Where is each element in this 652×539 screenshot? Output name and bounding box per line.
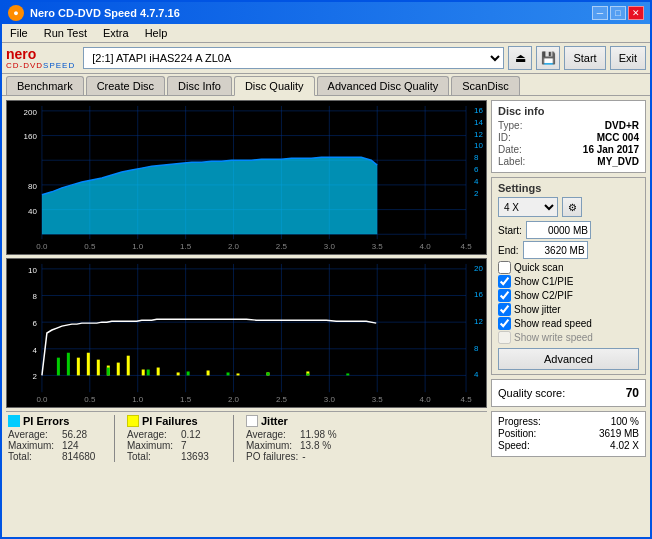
menu-extra[interactable]: Extra [99,26,133,40]
svg-text:4.0: 4.0 [420,395,432,404]
menu-help[interactable]: Help [141,26,172,40]
svg-text:10: 10 [28,266,37,275]
main-window: ● Nero CD-DVD Speed 4.7.7.16 ─ □ ✕ File … [0,0,652,539]
svg-rect-58 [97,360,100,376]
svg-text:2.0: 2.0 [228,395,240,404]
tab-scan-disc[interactable]: ScanDisc [451,76,519,95]
disc-type-row: Type: DVD+R [498,120,639,131]
svg-rect-77 [306,373,309,375]
svg-text:2: 2 [33,372,37,381]
exit-button[interactable]: Exit [610,46,646,70]
menu-bar: File Run Test Extra Help [2,24,650,43]
pi-failures-total-row: Total: 13693 [127,451,221,462]
show-read-speed-checkbox[interactable] [498,317,511,330]
progress-section: Progress: 100 % Position: 3619 MB Speed:… [491,411,646,457]
minimize-button[interactable]: ─ [592,6,608,20]
svg-text:160: 160 [24,133,38,142]
tab-create-disc[interactable]: Create Disc [86,76,165,95]
show-jitter-checkbox[interactable] [498,303,511,316]
svg-text:0.0: 0.0 [36,242,48,251]
quick-scan-label: Quick scan [514,262,563,273]
menu-file[interactable]: File [6,26,32,40]
pi-errors-max-row: Maximum: 124 [8,440,102,451]
pi-failures-chart: 10 8 6 4 2 20 16 12 8 4 0.0 0.5 1.0 1.5 [6,258,487,408]
close-button[interactable]: ✕ [628,6,644,20]
settings-title: Settings [498,182,639,194]
svg-text:0.0: 0.0 [36,395,48,404]
chart-panel: 200 160 80 40 16 14 12 10 8 6 4 2 0.0 0.… [6,100,487,533]
show-c2-pif-label: Show C2/PIF [514,290,573,301]
pi-failures-avg-row: Average: 0.12 [127,429,221,440]
advanced-button[interactable]: Advanced [498,348,639,370]
show-write-speed-checkbox[interactable] [498,331,511,344]
start-mb-input[interactable] [526,221,591,239]
show-read-speed-label: Show read speed [514,318,592,329]
svg-text:4: 4 [474,370,479,379]
stats-bar: PI Errors Average: 56.28 Maximum: 124 To… [6,411,487,465]
start-button[interactable]: Start [564,46,605,70]
svg-text:20: 20 [474,264,483,273]
show-c1-pie-checkbox[interactable] [498,275,511,288]
speed-selector[interactable]: 4 X [498,197,558,217]
svg-text:14: 14 [474,118,483,127]
quality-score-row: Quality score: 70 [498,384,639,402]
show-write-speed-label: Show write speed [514,332,593,343]
show-jitter-label: Show jitter [514,304,561,315]
end-mb-input[interactable] [523,241,588,259]
quick-scan-row: Quick scan [498,261,639,274]
disc-info-section: Disc info Type: DVD+R ID: MCC 004 Date: … [491,100,646,173]
tab-disc-info[interactable]: Disc Info [167,76,232,95]
drive-selector[interactable]: [2:1] ATAPI iHAS224 A ZL0A [83,47,504,69]
svg-text:3.0: 3.0 [324,395,336,404]
position-label: Position: [498,428,536,439]
tab-disc-quality[interactable]: Disc Quality [234,76,315,96]
progress-value: 100 % [611,416,639,427]
nero-logo: nero CD-DVDSPEED [6,47,75,70]
jitter-max-row: Maximum: 13.8 % [246,440,342,451]
disc-label-row: Label: MY_DVD [498,156,639,167]
menu-run-test[interactable]: Run Test [40,26,91,40]
svg-rect-66 [237,373,240,375]
show-c1-pie-row: Show C1/PIE [498,275,639,288]
maximize-button[interactable]: □ [610,6,626,20]
show-write-speed-row: Show write speed [498,331,639,344]
save-icon-button[interactable]: 💾 [536,46,560,70]
speed-row: 4 X ⚙ [498,197,639,217]
svg-rect-78 [346,373,349,375]
speed-value: 4.02 X [610,440,639,451]
start-mb-row: Start: [498,221,639,239]
svg-text:8: 8 [474,344,479,353]
svg-text:4.0: 4.0 [420,242,432,251]
tab-advanced-disc-quality[interactable]: Advanced Disc Quality [317,76,450,95]
svg-text:10: 10 [474,141,483,150]
progress-row: Progress: 100 % [498,416,639,427]
show-read-speed-row: Show read speed [498,317,639,330]
svg-text:12: 12 [474,317,483,326]
svg-text:8: 8 [33,292,38,301]
position-row: Position: 3619 MB [498,428,639,439]
eject-icon-button[interactable]: ⏏ [508,46,532,70]
pi-failures-label: PI Failures [142,415,198,427]
svg-text:200: 200 [24,108,38,117]
svg-rect-64 [177,372,180,375]
title-buttons: ─ □ ✕ [592,6,644,20]
svg-text:3.5: 3.5 [372,395,384,404]
title-bar-left: ● Nero CD-DVD Speed 4.7.7.16 [8,5,180,21]
end-mb-row: End: [498,241,639,259]
show-c2-pif-checkbox[interactable] [498,289,511,302]
svg-text:4.5: 4.5 [461,395,473,404]
speed-label: Speed: [498,440,530,451]
quick-scan-checkbox[interactable] [498,261,511,274]
pi-failures-max-row: Maximum: 7 [127,440,221,451]
svg-text:3.5: 3.5 [372,242,384,251]
svg-text:6: 6 [33,319,38,328]
pi-errors-color-box [8,415,20,427]
speed-row-progress: Speed: 4.02 X [498,440,639,451]
tab-benchmark[interactable]: Benchmark [6,76,84,95]
svg-text:2.5: 2.5 [276,242,288,251]
pi-errors-total-row: Total: 814680 [8,451,102,462]
jitter-color-box [246,415,258,427]
settings-icon-button[interactable]: ⚙ [562,197,582,217]
svg-text:40: 40 [28,207,37,216]
info-panel: Disc info Type: DVD+R ID: MCC 004 Date: … [491,100,646,533]
